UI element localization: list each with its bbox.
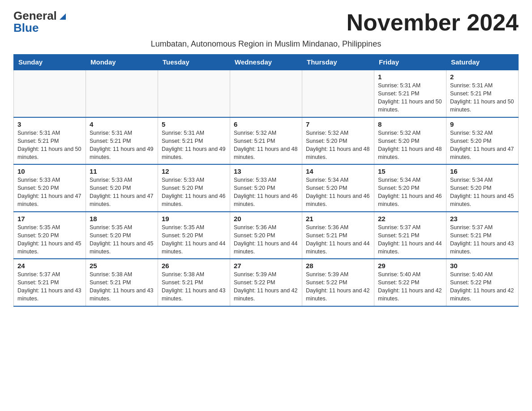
day-number: 2 bbox=[450, 73, 515, 81]
day-info: Sunrise: 5:36 AMSunset: 5:21 PMDaylight:… bbox=[306, 223, 370, 256]
page-subtitle: Lumbatan, Autonomous Region in Muslim Mi… bbox=[13, 39, 519, 49]
day-info: Sunrise: 5:33 AMSunset: 5:20 PMDaylight:… bbox=[90, 176, 154, 209]
calendar-cell: 13Sunrise: 5:33 AMSunset: 5:20 PMDayligh… bbox=[230, 164, 302, 212]
day-number: 30 bbox=[450, 262, 515, 270]
day-number: 15 bbox=[378, 167, 442, 175]
day-info: Sunrise: 5:33 AMSunset: 5:20 PMDaylight:… bbox=[17, 176, 82, 209]
col-wednesday: Wednesday bbox=[230, 55, 302, 70]
day-info: Sunrise: 5:32 AMSunset: 5:20 PMDaylight:… bbox=[450, 129, 515, 162]
calendar-cell: 10Sunrise: 5:33 AMSunset: 5:20 PMDayligh… bbox=[14, 164, 86, 212]
month-title: November 2024 bbox=[347, 9, 519, 36]
calendar-cell: 6Sunrise: 5:32 AMSunset: 5:21 PMDaylight… bbox=[230, 117, 302, 165]
calendar-cell: 15Sunrise: 5:34 AMSunset: 5:20 PMDayligh… bbox=[374, 164, 446, 212]
day-number: 23 bbox=[450, 215, 515, 223]
day-number: 4 bbox=[90, 120, 154, 128]
day-info: Sunrise: 5:34 AMSunset: 5:20 PMDaylight:… bbox=[378, 176, 442, 209]
calendar-cell: 30Sunrise: 5:40 AMSunset: 5:22 PMDayligh… bbox=[446, 259, 519, 306]
day-info: Sunrise: 5:38 AMSunset: 5:21 PMDaylight:… bbox=[90, 270, 154, 303]
day-info: Sunrise: 5:31 AMSunset: 5:21 PMDaylight:… bbox=[90, 129, 154, 162]
calendar-cell: 4Sunrise: 5:31 AMSunset: 5:21 PMDaylight… bbox=[86, 117, 158, 165]
col-sunday: Sunday bbox=[14, 55, 86, 70]
calendar-cell: 20Sunrise: 5:36 AMSunset: 5:20 PMDayligh… bbox=[230, 212, 302, 259]
calendar-week-row: 10Sunrise: 5:33 AMSunset: 5:20 PMDayligh… bbox=[14, 164, 519, 212]
calendar-cell bbox=[14, 70, 86, 117]
page-header: General Blue November 2024 bbox=[13, 9, 519, 36]
day-info: Sunrise: 5:35 AMSunset: 5:20 PMDaylight:… bbox=[162, 223, 226, 256]
day-number: 7 bbox=[306, 120, 370, 128]
day-info: Sunrise: 5:39 AMSunset: 5:22 PMDaylight:… bbox=[306, 270, 370, 303]
day-info: Sunrise: 5:33 AMSunset: 5:20 PMDaylight:… bbox=[234, 176, 298, 209]
day-number: 16 bbox=[450, 167, 515, 175]
calendar-week-row: 24Sunrise: 5:37 AMSunset: 5:21 PMDayligh… bbox=[14, 259, 519, 306]
calendar-cell: 28Sunrise: 5:39 AMSunset: 5:22 PMDayligh… bbox=[302, 259, 374, 306]
day-info: Sunrise: 5:31 AMSunset: 5:21 PMDaylight:… bbox=[378, 81, 442, 114]
calendar-cell: 11Sunrise: 5:33 AMSunset: 5:20 PMDayligh… bbox=[86, 164, 158, 212]
calendar-cell: 24Sunrise: 5:37 AMSunset: 5:21 PMDayligh… bbox=[14, 259, 86, 306]
day-info: Sunrise: 5:37 AMSunset: 5:21 PMDaylight:… bbox=[450, 223, 515, 256]
calendar-cell: 9Sunrise: 5:32 AMSunset: 5:20 PMDaylight… bbox=[446, 117, 519, 165]
day-info: Sunrise: 5:39 AMSunset: 5:22 PMDaylight:… bbox=[234, 270, 298, 303]
calendar-table: Sunday Monday Tuesday Wednesday Thursday… bbox=[13, 54, 519, 307]
calendar-cell: 17Sunrise: 5:35 AMSunset: 5:20 PMDayligh… bbox=[14, 212, 86, 259]
day-info: Sunrise: 5:37 AMSunset: 5:21 PMDaylight:… bbox=[17, 270, 82, 303]
day-number: 27 bbox=[234, 262, 298, 270]
day-number: 11 bbox=[90, 167, 154, 175]
day-info: Sunrise: 5:33 AMSunset: 5:20 PMDaylight:… bbox=[162, 176, 226, 209]
day-number: 12 bbox=[162, 167, 226, 175]
calendar-cell: 23Sunrise: 5:37 AMSunset: 5:21 PMDayligh… bbox=[446, 212, 519, 259]
day-number: 20 bbox=[234, 215, 298, 223]
calendar-cell bbox=[158, 70, 230, 117]
calendar-cell bbox=[302, 70, 374, 117]
logo-blue-text: Blue bbox=[13, 21, 39, 35]
calendar-cell: 14Sunrise: 5:34 AMSunset: 5:20 PMDayligh… bbox=[302, 164, 374, 212]
day-info: Sunrise: 5:35 AMSunset: 5:20 PMDaylight:… bbox=[90, 223, 154, 256]
day-number: 24 bbox=[17, 262, 82, 270]
day-number: 9 bbox=[450, 120, 515, 128]
day-number: 26 bbox=[162, 262, 226, 270]
day-number: 6 bbox=[234, 120, 298, 128]
day-info: Sunrise: 5:35 AMSunset: 5:20 PMDaylight:… bbox=[17, 223, 82, 256]
day-info: Sunrise: 5:36 AMSunset: 5:20 PMDaylight:… bbox=[234, 223, 298, 256]
col-monday: Monday bbox=[86, 55, 158, 70]
day-info: Sunrise: 5:31 AMSunset: 5:21 PMDaylight:… bbox=[450, 81, 515, 114]
calendar-cell: 18Sunrise: 5:35 AMSunset: 5:20 PMDayligh… bbox=[86, 212, 158, 259]
calendar-cell: 25Sunrise: 5:38 AMSunset: 5:21 PMDayligh… bbox=[86, 259, 158, 306]
col-tuesday: Tuesday bbox=[158, 55, 230, 70]
day-number: 18 bbox=[90, 215, 154, 223]
calendar-cell: 2Sunrise: 5:31 AMSunset: 5:21 PMDaylight… bbox=[446, 70, 519, 117]
logo-triangle-icon bbox=[58, 12, 68, 21]
col-thursday: Thursday bbox=[302, 55, 374, 70]
day-number: 14 bbox=[306, 167, 370, 175]
day-info: Sunrise: 5:34 AMSunset: 5:20 PMDaylight:… bbox=[450, 176, 515, 209]
calendar-cell: 21Sunrise: 5:36 AMSunset: 5:21 PMDayligh… bbox=[302, 212, 374, 259]
calendar-cell bbox=[230, 70, 302, 117]
calendar-header-row: Sunday Monday Tuesday Wednesday Thursday… bbox=[14, 55, 519, 70]
day-info: Sunrise: 5:40 AMSunset: 5:22 PMDaylight:… bbox=[378, 270, 442, 303]
day-info: Sunrise: 5:40 AMSunset: 5:22 PMDaylight:… bbox=[450, 270, 515, 303]
calendar-cell: 16Sunrise: 5:34 AMSunset: 5:20 PMDayligh… bbox=[446, 164, 519, 212]
day-number: 17 bbox=[17, 215, 82, 223]
calendar-cell: 1Sunrise: 5:31 AMSunset: 5:21 PMDaylight… bbox=[374, 70, 446, 117]
calendar-cell: 5Sunrise: 5:31 AMSunset: 5:21 PMDaylight… bbox=[158, 117, 230, 165]
calendar-cell bbox=[86, 70, 158, 117]
day-number: 1 bbox=[378, 73, 442, 81]
calendar-cell: 27Sunrise: 5:39 AMSunset: 5:22 PMDayligh… bbox=[230, 259, 302, 306]
col-friday: Friday bbox=[374, 55, 446, 70]
calendar-cell: 3Sunrise: 5:31 AMSunset: 5:21 PMDaylight… bbox=[14, 117, 86, 165]
day-info: Sunrise: 5:31 AMSunset: 5:21 PMDaylight:… bbox=[17, 129, 82, 162]
calendar-cell: 26Sunrise: 5:38 AMSunset: 5:21 PMDayligh… bbox=[158, 259, 230, 306]
day-number: 21 bbox=[306, 215, 370, 223]
calendar-cell: 19Sunrise: 5:35 AMSunset: 5:20 PMDayligh… bbox=[158, 212, 230, 259]
calendar-week-row: 3Sunrise: 5:31 AMSunset: 5:21 PMDaylight… bbox=[14, 117, 519, 165]
day-info: Sunrise: 5:37 AMSunset: 5:21 PMDaylight:… bbox=[378, 223, 442, 256]
calendar-week-row: 17Sunrise: 5:35 AMSunset: 5:20 PMDayligh… bbox=[14, 212, 519, 259]
calendar-cell: 8Sunrise: 5:32 AMSunset: 5:20 PMDaylight… bbox=[374, 117, 446, 165]
day-number: 10 bbox=[17, 167, 82, 175]
day-info: Sunrise: 5:31 AMSunset: 5:21 PMDaylight:… bbox=[162, 129, 226, 162]
calendar-cell: 7Sunrise: 5:32 AMSunset: 5:20 PMDaylight… bbox=[302, 117, 374, 165]
calendar-week-row: 1Sunrise: 5:31 AMSunset: 5:21 PMDaylight… bbox=[14, 70, 519, 117]
day-info: Sunrise: 5:32 AMSunset: 5:20 PMDaylight:… bbox=[306, 129, 370, 162]
svg-marker-0 bbox=[60, 13, 66, 20]
day-number: 22 bbox=[378, 215, 442, 223]
day-info: Sunrise: 5:34 AMSunset: 5:20 PMDaylight:… bbox=[306, 176, 370, 209]
